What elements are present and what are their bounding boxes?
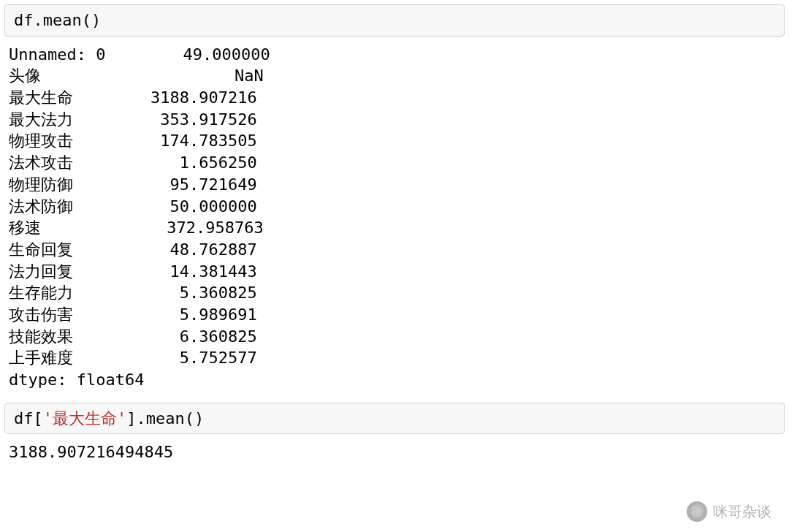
series-value: 48.762887 <box>131 240 256 259</box>
series-value: 6.360825 <box>131 327 256 346</box>
code-cell-1[interactable]: df.mean() <box>4 4 785 37</box>
series-row: 技能效果 6.360825 <box>9 326 780 348</box>
series-output: Unnamed: 0 49.000000头像 NaN最大生命 3188.9072… <box>9 44 780 369</box>
series-row: 物理攻击 174.783505 <box>9 130 780 152</box>
watermark-text: 咪哥杂谈 <box>713 502 771 522</box>
series-value: NaN <box>137 66 263 85</box>
series-label: 生命回复 <box>9 240 131 259</box>
output-cell-1: Unnamed: 0 49.000000头像 NaN最大生命 3188.9072… <box>0 41 789 398</box>
series-label: 技能效果 <box>9 327 131 346</box>
series-row: 法术攻击 1.656250 <box>9 152 780 174</box>
series-row: 头像 NaN <box>9 65 780 87</box>
series-label: 攻击伤害 <box>9 305 131 324</box>
series-value: 3188.907216 <box>131 88 256 107</box>
output-cell-2: 3188.907216494845 <box>0 438 789 471</box>
scalar-output: 3188.907216494845 <box>9 443 173 461</box>
series-row: 攻击伤害 5.989691 <box>9 304 780 326</box>
series-label: 物理防御 <box>9 175 131 194</box>
series-row: 法术防御 50.000000 <box>9 196 780 218</box>
series-value: 5.752577 <box>131 349 256 367</box>
series-label: 生存能力 <box>9 284 131 302</box>
series-value: 95.721649 <box>131 175 256 194</box>
series-label: 上手难度 <box>9 349 131 367</box>
series-value: 5.989691 <box>131 305 256 324</box>
series-row: 最大法力 353.917526 <box>9 109 780 131</box>
series-value: 1.656250 <box>131 153 256 172</box>
series-value: 50.000000 <box>131 197 256 216</box>
series-label: 最大生命 <box>9 88 131 107</box>
series-row: 最大生命 3188.907216 <box>9 87 780 109</box>
code-text: df[ <box>14 409 43 428</box>
series-label: 物理攻击 <box>9 132 131 150</box>
series-row: 移速 372.958763 <box>9 217 780 239</box>
series-label: 移速 <box>9 218 137 237</box>
watermark: 咪哥杂谈 <box>687 501 771 522</box>
series-row: 上手难度 5.752577 <box>9 347 780 369</box>
code-parens: () <box>82 11 102 29</box>
series-row: 生命回复 48.762887 <box>9 239 780 261</box>
series-label: Unnamed: 0 <box>9 45 144 64</box>
series-value: 372.958763 <box>137 218 263 237</box>
series-row: 法力回复 14.381443 <box>9 261 780 283</box>
series-label: 头像 <box>9 66 137 85</box>
code-string-literal: '最大生命' <box>43 409 127 428</box>
series-label: 法术攻击 <box>9 153 131 172</box>
series-value: 353.917526 <box>131 110 256 129</box>
series-value: 174.783505 <box>131 132 256 150</box>
series-row: 生存能力 5.360825 <box>9 282 780 304</box>
dtype-line: dtype: float64 <box>9 369 780 391</box>
series-row: 物理防御 95.721649 <box>9 174 780 196</box>
code-cell-2[interactable]: df['最大生命'].mean() <box>4 403 785 435</box>
series-label: 法术防御 <box>9 197 131 216</box>
code-text: df.mean <box>14 11 82 29</box>
series-label: 最大法力 <box>9 110 131 129</box>
series-row: Unnamed: 0 49.000000 <box>9 44 780 66</box>
series-label: 法力回复 <box>9 262 131 281</box>
wechat-avatar-icon <box>687 501 707 522</box>
code-text: ].mean <box>126 409 184 428</box>
series-value: 14.381443 <box>131 262 256 281</box>
series-value: 5.360825 <box>131 284 256 302</box>
code-parens: () <box>185 409 205 428</box>
series-value: 49.000000 <box>144 45 270 64</box>
